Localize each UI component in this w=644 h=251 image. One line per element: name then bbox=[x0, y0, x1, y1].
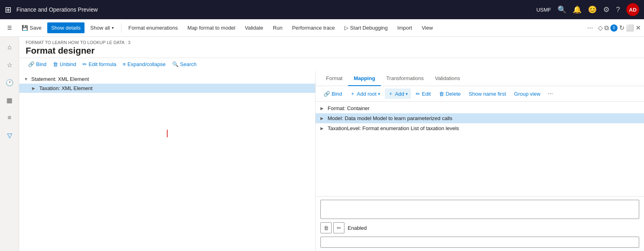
show-name-first-button[interactable]: Show name first bbox=[465, 89, 509, 98]
map-format-button[interactable]: Map format to model bbox=[183, 22, 239, 33]
search-button[interactable]: 🔍 Search bbox=[170, 60, 199, 69]
view-button[interactable]: View bbox=[418, 22, 437, 33]
mapping-toolbar: 🔗 Bind ＋ Add root ▾ ＋ Add ▾ ✏ bbox=[316, 86, 644, 102]
show-all-chevron: ▾ bbox=[112, 26, 114, 30]
panels-icon[interactable]: ⧉ bbox=[604, 24, 609, 32]
enabled-edit-button[interactable]: ✏ bbox=[333, 222, 344, 233]
help-icon[interactable]: ? bbox=[616, 6, 620, 14]
show-details-button[interactable]: Show details bbox=[47, 22, 85, 33]
add-root-icon: ＋ bbox=[350, 90, 355, 97]
diamond-icon[interactable]: ◇ bbox=[598, 24, 603, 32]
add-chevron: ▾ bbox=[406, 92, 408, 96]
map-bind-icon: 🔗 bbox=[324, 91, 330, 97]
expand-icon: ≡ bbox=[123, 61, 126, 67]
hamburger-button[interactable]: ☰ bbox=[3, 22, 16, 33]
separator-1 bbox=[121, 23, 121, 33]
map-bind-label: Bind bbox=[332, 91, 342, 97]
settings-icon[interactable]: ⚙ bbox=[603, 5, 610, 14]
avatar[interactable]: AD bbox=[626, 3, 639, 16]
map-label-taxation: TaxationLevel: Format enumeration List o… bbox=[328, 125, 459, 131]
tree-chevron-taxation: ▶ bbox=[32, 86, 37, 90]
bind-button[interactable]: 🔗 Bind bbox=[26, 60, 49, 69]
content-area: FORMAT TO LEARN HOW TO LOOKUP LE DATA : … bbox=[19, 37, 644, 251]
restore-icon[interactable]: ⬜ bbox=[626, 24, 634, 32]
expand-collapse-button[interactable]: ≡ Expand/collapse bbox=[121, 60, 168, 69]
format-enumerations-label: Format enumerations bbox=[129, 25, 178, 31]
map-item-model[interactable]: ▶ Model: Data model Model to learn param… bbox=[316, 113, 644, 123]
enabled-delete-button[interactable]: 🗑 bbox=[320, 222, 332, 233]
tree-item-taxation[interactable]: ▶ Taxation: XML Element bbox=[19, 84, 315, 93]
tab-validations[interactable]: Validations bbox=[429, 71, 466, 86]
map-label-format: Format: Container bbox=[328, 105, 370, 111]
delete-label: Delete bbox=[446, 91, 461, 97]
map-bind-button[interactable]: 🔗 Bind bbox=[320, 89, 345, 98]
import-button[interactable]: Import bbox=[393, 22, 416, 33]
map-item-taxation[interactable]: ▶ TaxationLevel: Format enumeration List… bbox=[316, 123, 644, 133]
mapping-tabs: Format Mapping Transformations Validatio… bbox=[316, 71, 644, 86]
format-enumerations-button[interactable]: Format enumerations bbox=[125, 22, 182, 33]
tab-format[interactable]: Format bbox=[320, 71, 348, 86]
delete-button[interactable]: 🗑 Delete bbox=[436, 89, 464, 98]
commandbar: ☰ 💾 Save Show details Show all ▾ Format … bbox=[0, 19, 644, 37]
sidebar-star-icon[interactable]: ☆ bbox=[2, 58, 17, 72]
view-label: View bbox=[422, 25, 433, 31]
edit-button[interactable]: ✏ Edit bbox=[413, 89, 434, 98]
performance-trace-label: Performance trace bbox=[292, 25, 335, 31]
mapping-more-options[interactable]: ··· bbox=[545, 88, 555, 99]
sidebar-home-icon[interactable]: ⌂ bbox=[2, 40, 17, 54]
group-view-button[interactable]: Group view bbox=[511, 89, 544, 98]
topbar-right: USMF 🔍 🔔 😊 ⚙ ? AD bbox=[536, 3, 639, 16]
add-root-button[interactable]: ＋ Add root ▾ bbox=[347, 88, 383, 99]
tab-transformations[interactable]: Transformations bbox=[381, 71, 429, 86]
more-options-icon[interactable]: ··· bbox=[584, 22, 596, 34]
page-title: Format designer bbox=[26, 46, 638, 56]
sidebar-clock-icon[interactable]: 🕐 bbox=[2, 75, 17, 90]
add-root-label: Add root bbox=[357, 91, 376, 97]
close-icon[interactable]: ✕ bbox=[636, 24, 641, 32]
map-item-format[interactable]: ▶ Format: Container bbox=[316, 103, 644, 113]
page-header: FORMAT TO LEARN HOW TO LOOKUP LE DATA : … bbox=[19, 37, 644, 58]
app-title: Finance and Operations Preview bbox=[16, 6, 531, 13]
add-icon: ＋ bbox=[388, 90, 393, 97]
mapping-tree: ▶ Format: Container ▶ Model: Data model … bbox=[316, 102, 644, 196]
group-view-label: Group view bbox=[514, 91, 541, 97]
edit-formula-button[interactable]: ✏ Edit formula bbox=[80, 60, 119, 69]
run-button[interactable]: Run bbox=[269, 22, 286, 33]
sidebar-calendar-icon[interactable]: ▦ bbox=[2, 93, 17, 107]
unbind-button[interactable]: 🗑 Unbind bbox=[50, 60, 78, 69]
search-icon: 🔍 bbox=[172, 61, 179, 67]
save-button[interactable]: 💾 Save bbox=[18, 22, 46, 33]
smiley-icon[interactable]: 😊 bbox=[588, 5, 597, 14]
tree-empty-area: | bbox=[19, 93, 315, 173]
search-icon[interactable]: 🔍 bbox=[557, 5, 566, 14]
refresh-icon[interactable]: ↻ bbox=[619, 24, 624, 32]
start-debugging-button[interactable]: ▷ Start Debugging bbox=[340, 22, 392, 33]
user-label: USMF bbox=[536, 7, 551, 13]
validate-button[interactable]: Validate bbox=[241, 22, 267, 33]
notification-badge[interactable]: 0 bbox=[610, 24, 618, 32]
show-all-button[interactable]: Show all ▾ bbox=[86, 22, 117, 33]
show-all-label: Show all bbox=[90, 25, 110, 31]
tab-mapping[interactable]: Mapping bbox=[348, 71, 380, 86]
tree-chevron-statement: ▼ bbox=[24, 77, 29, 81]
performance-trace-button[interactable]: Performance trace bbox=[288, 22, 339, 33]
tree-label-statement: Statement: XML Element bbox=[31, 76, 89, 82]
add-button[interactable]: ＋ Add ▾ bbox=[385, 88, 411, 99]
grid-icon[interactable]: ⊞ bbox=[5, 5, 12, 14]
formula-textbox[interactable] bbox=[320, 200, 639, 219]
edit-icon: ✏ bbox=[416, 91, 420, 97]
enabled-textbox[interactable] bbox=[320, 237, 639, 248]
bell-icon[interactable]: 🔔 bbox=[573, 5, 582, 14]
tree-item-statement[interactable]: ▼ Statement: XML Element bbox=[19, 74, 315, 84]
sidebar-list-icon[interactable]: ≡ bbox=[2, 110, 17, 125]
tree-label-taxation: Taxation: XML Element bbox=[39, 85, 93, 91]
enabled-row: 🗑 ✏ Enabled bbox=[320, 222, 639, 233]
expand-label: Expand/collapse bbox=[127, 61, 165, 67]
mapping-bottom: 🗑 ✏ Enabled bbox=[316, 196, 644, 251]
sidebar-filter-icon[interactable]: ▽ bbox=[2, 128, 17, 143]
main-layout: ⌂ ☆ 🕐 ▦ ≡ ▽ FORMAT TO LEARN HOW TO LOOKU… bbox=[0, 37, 644, 251]
map-chevron-taxation: ▶ bbox=[320, 126, 325, 131]
delete-icon: 🗑 bbox=[439, 91, 444, 97]
edit-label: Edit bbox=[422, 91, 431, 97]
import-label: Import bbox=[397, 25, 412, 31]
